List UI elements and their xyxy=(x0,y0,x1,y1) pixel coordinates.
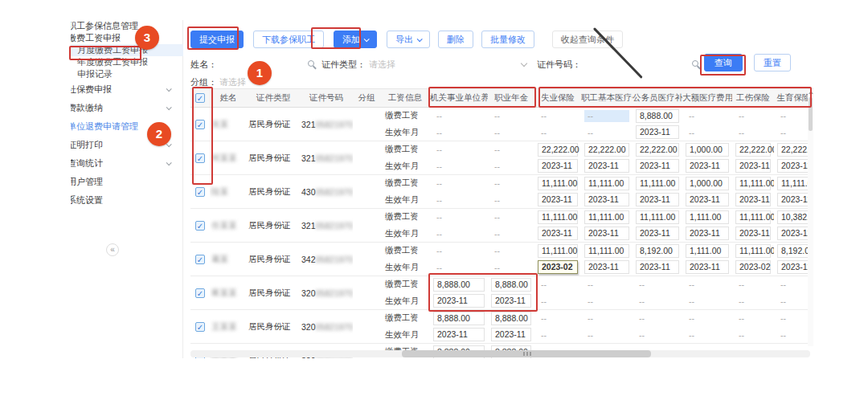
value-box[interactable]: 2023-11 xyxy=(735,159,771,173)
value-box[interactable]: 22,222.00 xyxy=(636,143,679,157)
empty-value: -- xyxy=(684,128,694,137)
toolbar-button-4[interactable]: 导出 xyxy=(387,31,430,48)
value-box[interactable]: 2023-11 xyxy=(433,328,485,341)
value-box[interactable]: 11,111.00 xyxy=(538,244,578,258)
value-box[interactable]: 11,111.00 xyxy=(777,177,810,190)
scroll-up-icon[interactable] xyxy=(809,91,813,94)
value-cell: -- xyxy=(534,310,581,327)
value-box[interactable]: 11,111.00 xyxy=(636,177,679,190)
value-box[interactable]: 8,192.00 xyxy=(777,244,810,258)
sidebar-item[interactable]: 系统设置 xyxy=(71,191,183,210)
sidebar-item[interactable]: 缴费工资申报 xyxy=(71,32,183,44)
value-box[interactable]: 8,888.00 xyxy=(491,278,531,292)
value-box[interactable]: 22,222.00 xyxy=(777,143,810,157)
value-box[interactable]: 10,382.00 xyxy=(777,210,810,224)
value-box[interactable]: 2023-11 xyxy=(735,227,771,240)
value-box[interactable]: 11,111.00 xyxy=(538,177,578,190)
value-box[interactable]: 2023-11 xyxy=(538,227,578,240)
sidebar-item[interactable]: 职工参保信息管理 xyxy=(71,20,183,32)
sidebar-item[interactable]: 查询统计 xyxy=(71,154,183,173)
vertical-scrollbar[interactable] xyxy=(808,89,813,346)
horizontal-scrollbar[interactable] xyxy=(190,350,810,357)
toolbar-button-6[interactable]: 批量修改 xyxy=(481,31,534,48)
value-box[interactable]: 2023-11 xyxy=(538,193,578,206)
value-box[interactable]: 2023-11 xyxy=(491,294,531,308)
value-box[interactable]: 8,888.00 xyxy=(636,109,679,123)
value-box[interactable]: 2023-11 xyxy=(584,193,629,206)
value-box[interactable]: 2023-11 xyxy=(686,260,729,274)
value-box[interactable]: 11,111.00 xyxy=(584,177,629,190)
value-box[interactable]: 2023-11 xyxy=(433,294,485,308)
row-checkbox[interactable]: ✓ xyxy=(195,153,205,163)
value-box[interactable]: 8,888.00 xyxy=(433,278,485,292)
value-box[interactable]: 2023-11 xyxy=(777,227,810,240)
value-box[interactable]: 2023-11 xyxy=(491,328,531,341)
value-box[interactable]: 2023-11 xyxy=(686,193,729,206)
value-box[interactable]: 2023-11 xyxy=(686,227,729,240)
row-checkbox[interactable]: ✓ xyxy=(195,120,205,129)
value-box[interactable]: 11,111.00 xyxy=(735,177,771,190)
empty-value: -- xyxy=(684,296,694,306)
select-all-checkbox[interactable]: ✓ xyxy=(195,93,205,103)
value-box[interactable]: 2023-11 xyxy=(777,159,810,173)
value-box[interactable]: 8,888.00 xyxy=(433,312,485,325)
row-checkbox[interactable]: ✓ xyxy=(195,322,205,332)
value-box[interactable]: 8,192.00 xyxy=(636,244,679,258)
value-box[interactable]: 2023-11 xyxy=(777,193,810,206)
value-box[interactable]: 8,888.00 xyxy=(491,312,531,325)
sidebar-item[interactable]: 社保费申报 xyxy=(71,80,183,99)
value-box[interactable]: 2023-11 xyxy=(777,260,810,274)
value-box[interactable]: 2023-11 xyxy=(584,227,629,240)
value-box[interactable]: 11,111.00 xyxy=(636,210,679,224)
value-cell: -- xyxy=(682,125,732,141)
sidebar-item[interactable]: 年度缴费工资申报 xyxy=(71,56,183,68)
value-box[interactable]: 2023-11 xyxy=(686,159,729,173)
value-box[interactable]: 2023-11 xyxy=(636,125,679,139)
toolbar-button-2[interactable]: 下载参保职工 xyxy=(253,31,324,48)
sidebar-collapse-button[interactable]: « xyxy=(106,243,119,256)
value-box[interactable]: 2023-02 xyxy=(735,260,771,274)
value-box[interactable]: 11,111.00 xyxy=(584,210,629,224)
horizontal-scroll-thumb[interactable] xyxy=(402,350,651,357)
toolbar-button-5[interactable]: 删除 xyxy=(438,31,473,48)
vertical-scroll-thumb[interactable] xyxy=(809,97,813,131)
value-box[interactable]: 2023-11 xyxy=(636,193,679,206)
toolbar-button-1[interactable]: 提交申报 xyxy=(190,31,244,48)
toolbar-button-3[interactable]: 添加 xyxy=(334,31,377,48)
id-type-select[interactable]: 请选择 xyxy=(369,59,395,71)
value-box[interactable]: 2023-11 xyxy=(584,260,629,274)
value-box[interactable]: 2023-11 xyxy=(584,159,629,173)
table-row: ✓蒋某某居民身份证32005821970 .缴费工资8,888.008,888.… xyxy=(190,276,813,293)
group-select[interactable]: 请选择 xyxy=(219,76,246,88)
value-box[interactable]: 1,000.00 xyxy=(686,177,729,190)
sidebar-item[interactable]: 费款缴纳 xyxy=(71,99,183,117)
value-box[interactable]: 11,111.00 xyxy=(735,244,771,258)
value-box[interactable]: 1,000.00 xyxy=(686,143,729,157)
value-box[interactable]: 2023-11 xyxy=(636,227,679,240)
row-checkbox[interactable]: ✓ xyxy=(195,288,205,298)
value-box[interactable]: 1,111.00 xyxy=(686,244,729,258)
row-checkbox[interactable]: ✓ xyxy=(195,255,205,264)
value-cell: 2023-11 xyxy=(534,192,581,209)
query-button[interactable]: 查询 xyxy=(704,54,743,71)
row-checkbox[interactable]: ✓ xyxy=(195,221,205,231)
value-box[interactable]: 11,111.00 xyxy=(584,244,629,258)
value-box[interactable]: 2023-11 xyxy=(735,193,771,206)
sidebar-item[interactable]: 用户管理 xyxy=(71,173,183,191)
value-box[interactable]: 11,111.00 xyxy=(538,210,578,224)
value-box[interactable]: 2023-02 xyxy=(538,260,578,274)
value-box[interactable]: 1,111.00 xyxy=(686,210,729,224)
value-box[interactable]: 22,222.00 xyxy=(584,143,629,157)
value-box[interactable]: 2023-11 xyxy=(636,260,679,274)
row-checkbox[interactable]: ✓ xyxy=(195,187,205,197)
toolbar-button-label: 下载参保职工 xyxy=(262,34,315,46)
value-box[interactable]: 2023-11 xyxy=(636,159,679,173)
value-box[interactable]: 11,111.00 xyxy=(735,210,771,224)
value-box[interactable]: 2023-11 xyxy=(538,159,578,173)
value-box[interactable]: 22,222.00 xyxy=(538,143,578,157)
reset-button[interactable]: 重置 xyxy=(754,54,791,71)
masked-id-digits: 05821970 xyxy=(316,153,353,163)
value-box[interactable]: 22,222.00 xyxy=(735,143,771,157)
sidebar-item[interactable]: 申报记录 xyxy=(71,68,183,80)
sidebar-item[interactable]: 月度缴费工资申报 xyxy=(71,44,183,56)
